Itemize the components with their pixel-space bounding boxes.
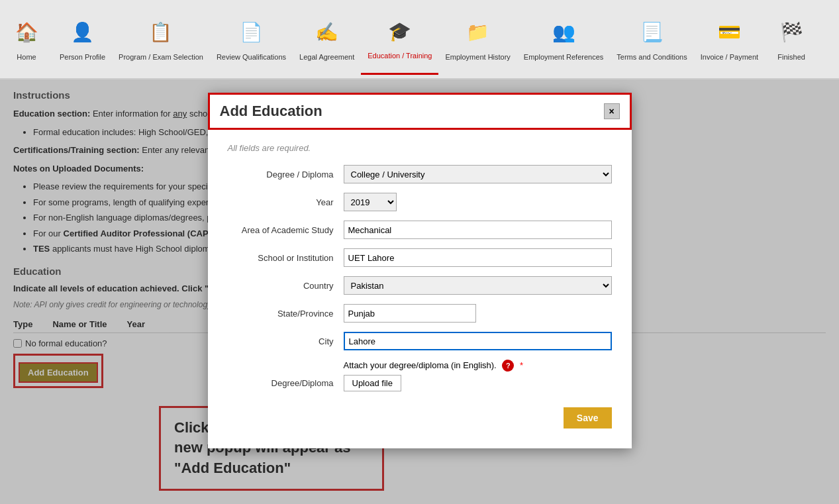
attach-row: Attach your degree/diploma (in English).… xyxy=(228,360,612,372)
degree-row: Degree / Diploma High School / GED Trade… xyxy=(228,165,612,183)
terms-icon: 📃 xyxy=(636,17,668,48)
city-label: City xyxy=(228,336,334,346)
school-row: School or Institution xyxy=(228,248,612,267)
legal-icon: ✍️ xyxy=(311,17,343,48)
state-label: State/Province xyxy=(228,309,334,319)
nav-item-terms-conditions[interactable]: 📃 Terms and Conditions xyxy=(610,3,693,75)
year-row: Year 2019 2018 2017 2016 2015 xyxy=(228,193,612,211)
invoice-icon: 💳 xyxy=(713,17,745,48)
upload-button[interactable]: Upload file xyxy=(344,375,401,391)
person-icon: 👤 xyxy=(67,17,99,48)
year-select[interactable]: 2019 2018 2017 2016 2015 xyxy=(344,193,397,211)
nav-item-home[interactable]: 🏠 Home xyxy=(0,3,53,75)
nav-label-review-qualifications: Review Qualifications xyxy=(217,52,286,62)
nav-label-legal-agreement: Legal Agreement xyxy=(299,52,354,62)
state-row: State/Province xyxy=(228,304,612,323)
add-education-modal: Add Education × All fields are required.… xyxy=(208,93,632,448)
upload-row: Degree/Diploma Upload file xyxy=(228,375,612,391)
program-icon: 📋 xyxy=(145,17,177,48)
education-icon: 🎓 xyxy=(384,15,416,47)
help-icon[interactable]: ? xyxy=(502,360,514,372)
degree-diploma-label: Degree/Diploma xyxy=(228,378,334,388)
nav-item-education-training[interactable]: 🎓 Education / Training xyxy=(361,3,438,75)
navigation-bar: 🏠 Home 👤 Person Profile 📋 Program / Exam… xyxy=(0,0,839,79)
required-note: All fields are required. xyxy=(228,143,612,153)
nav-item-employment-history[interactable]: 📁 Employment History xyxy=(438,3,517,75)
degree-select[interactable]: High School / GED Trade / Vocational Col… xyxy=(344,165,612,183)
city-input[interactable] xyxy=(344,332,612,350)
nav-item-employment-references[interactable]: 👥 Employment References xyxy=(517,3,610,75)
country-select[interactable]: United States United Kingdom Canada Indi… xyxy=(344,276,612,295)
nav-item-person-profile[interactable]: 👤 Person Profile xyxy=(53,3,112,75)
school-label: School or Institution xyxy=(228,253,334,263)
area-row: Area of Academic Study xyxy=(228,221,612,239)
review-icon: 📄 xyxy=(235,17,267,48)
city-row: City xyxy=(228,332,612,350)
area-label: Area of Academic Study xyxy=(228,225,334,235)
modal-header: Add Education × xyxy=(208,93,632,130)
nav-label-person-profile: Person Profile xyxy=(60,52,105,62)
state-input[interactable] xyxy=(344,304,476,323)
degree-label: Degree / Diploma xyxy=(228,170,334,179)
attach-text: Attach your degree/diploma (in English). xyxy=(344,360,497,370)
nav-item-finished[interactable]: 🏁 Finished xyxy=(765,3,818,75)
nav-item-review-qualifications[interactable]: 📄 Review Qualifications xyxy=(210,3,293,75)
modal-overlay: Add Education × All fields are required.… xyxy=(0,79,839,504)
save-button[interactable]: Save xyxy=(564,407,612,428)
save-row: Save xyxy=(228,401,612,435)
year-label: Year xyxy=(228,197,334,207)
nav-label-education-training: Education / Training xyxy=(368,51,432,60)
nav-label-invoice-payment: Invoice / Payment xyxy=(701,52,758,62)
employment-history-icon: 📁 xyxy=(462,17,494,48)
modal-body: All fields are required. Degree / Diplom… xyxy=(208,130,632,448)
country-row: Country United States United Kingdom Can… xyxy=(228,276,612,295)
nav-label-home: Home xyxy=(17,52,36,62)
modal-close-button[interactable]: × xyxy=(604,103,620,119)
area-input[interactable] xyxy=(344,221,612,239)
nav-label-employment-history: Employment History xyxy=(445,52,510,62)
modal-title: Add Education xyxy=(220,103,322,120)
nav-label-finished: Finished xyxy=(777,52,805,62)
nav-label-employment-references: Employment References xyxy=(524,52,603,62)
finished-icon: 🏁 xyxy=(775,17,807,48)
nav-item-invoice-payment[interactable]: 💳 Invoice / Payment xyxy=(694,3,765,75)
employment-references-icon: 👥 xyxy=(548,17,579,48)
nav-label-program-exam: Program / Exam Selection xyxy=(119,52,203,62)
country-label: Country xyxy=(228,281,334,291)
school-input[interactable] xyxy=(344,248,612,267)
nav-item-legal-agreement[interactable]: ✍️ Legal Agreement xyxy=(293,3,361,75)
home-icon: 🏠 xyxy=(11,17,42,48)
nav-label-terms-conditions: Terms and Conditions xyxy=(617,52,687,62)
attach-text-area: Attach your degree/diploma (in English).… xyxy=(344,360,524,372)
nav-item-program-exam[interactable]: 📋 Program / Exam Selection xyxy=(112,3,210,75)
required-star: * xyxy=(520,360,523,370)
